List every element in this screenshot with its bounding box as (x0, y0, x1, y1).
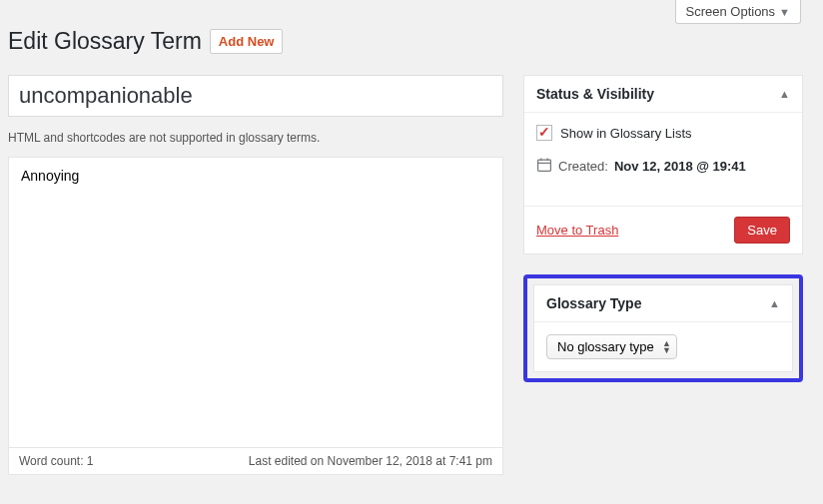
word-count: Word count: 1 (19, 454, 94, 468)
screen-options-button[interactable]: Screen Options ▼ (675, 0, 802, 24)
add-new-button[interactable]: Add New (210, 29, 284, 54)
show-in-lists-label: Show in Glossary Lists (560, 126, 692, 141)
glossary-type-toggle[interactable]: Glossary Type ▲ (534, 285, 792, 322)
status-visibility-box: Status & Visibility ▲ Show in Glossary L… (523, 75, 803, 254)
last-edited: Last edited on November 12, 2018 at 7:41… (249, 454, 492, 468)
editor-box: Annoying Word count: 1 Last edited on No… (8, 157, 503, 475)
status-box-toggle[interactable]: Status & Visibility ▲ (524, 76, 802, 113)
term-title-input[interactable] (8, 75, 503, 117)
status-box-title: Status & Visibility (536, 86, 654, 102)
glossary-type-select[interactable]: No glossary type (546, 334, 677, 359)
chevron-up-icon: ▲ (779, 88, 790, 100)
created-label: Created: (558, 159, 608, 174)
created-row: Created: Nov 12, 2018 @ 19:41 (536, 157, 790, 176)
editor-status-bar: Word count: 1 Last edited on November 12… (9, 447, 502, 474)
created-value: Nov 12, 2018 @ 19:41 (614, 159, 746, 174)
glossary-type-box: Glossary Type ▲ No glossary type ▲▼ (533, 284, 793, 372)
page-title: Edit Glossary Term (8, 26, 202, 57)
show-in-lists-checkbox[interactable] (536, 125, 552, 141)
glossary-type-highlight: Glossary Type ▲ No glossary type ▲▼ (523, 274, 803, 382)
move-to-trash-link[interactable]: Move to Trash (536, 223, 618, 238)
svg-rect-0 (538, 160, 551, 171)
save-button[interactable]: Save (734, 217, 790, 244)
show-in-lists-row[interactable]: Show in Glossary Lists (536, 125, 790, 141)
chevron-up-icon: ▲ (769, 297, 780, 309)
screen-options-label: Screen Options (686, 4, 776, 19)
glossary-type-title: Glossary Type (546, 295, 641, 311)
calendar-icon (536, 157, 552, 176)
notice-text: HTML and shortcodes are not supported in… (8, 131, 503, 145)
chevron-down-icon: ▼ (779, 6, 790, 18)
content-editor[interactable]: Annoying (9, 158, 502, 447)
